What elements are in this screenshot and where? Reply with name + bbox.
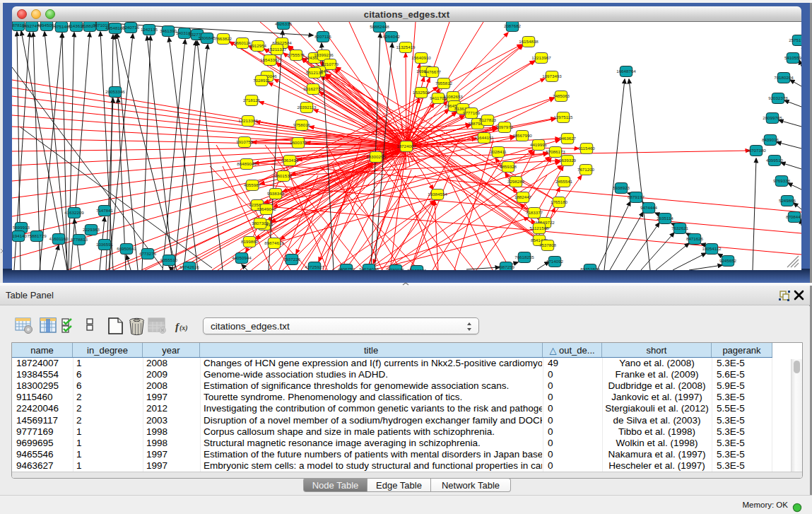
svg-text:4055987: 4055987 bbox=[244, 182, 261, 187]
svg-text:16154838: 16154838 bbox=[519, 39, 539, 44]
svg-text:9769338: 9769338 bbox=[773, 178, 791, 183]
svg-text:73649042: 73649042 bbox=[257, 206, 276, 211]
svg-text:7663822: 7663822 bbox=[215, 36, 233, 41]
svg-text:9758016: 9758016 bbox=[293, 122, 311, 127]
svg-text:15640910: 15640910 bbox=[411, 55, 431, 60]
svg-text:7183377: 7183377 bbox=[526, 210, 543, 215]
svg-text:44050944: 44050944 bbox=[232, 255, 252, 260]
svg-text:4926335: 4926335 bbox=[275, 22, 293, 26]
svg-text:90162733: 90162733 bbox=[303, 86, 323, 91]
svg-text:70180204: 70180204 bbox=[774, 75, 794, 80]
svg-text:9938343: 9938343 bbox=[267, 191, 285, 196]
svg-text:16648764: 16648764 bbox=[616, 69, 636, 74]
svg-text:11325419: 11325419 bbox=[396, 45, 416, 49]
svg-text:15211337: 15211337 bbox=[267, 47, 287, 52]
svg-text:48567990: 48567990 bbox=[512, 133, 532, 138]
svg-text:1036591: 1036591 bbox=[96, 242, 114, 247]
svg-text:18724007: 18724007 bbox=[396, 144, 416, 148]
svg-text:12213967: 12213967 bbox=[531, 55, 551, 60]
svg-text:3601533: 3601533 bbox=[275, 173, 293, 178]
svg-text:89874619: 89874619 bbox=[264, 240, 284, 245]
svg-text:9777169: 9777169 bbox=[463, 110, 481, 115]
svg-text:20392113: 20392113 bbox=[297, 105, 317, 110]
svg-text:66950641: 66950641 bbox=[117, 246, 136, 251]
svg-text:1639329: 1639329 bbox=[559, 158, 577, 163]
svg-text:7537808: 7537808 bbox=[539, 243, 557, 247]
svg-text:92032378: 92032378 bbox=[768, 95, 788, 100]
svg-text:8127823: 8127823 bbox=[479, 117, 497, 122]
svg-text:94624038: 94624038 bbox=[359, 267, 379, 271]
svg-text:5699913: 5699913 bbox=[13, 225, 30, 230]
svg-text:8199860: 8199860 bbox=[241, 239, 259, 244]
svg-text:10973493: 10973493 bbox=[542, 74, 562, 78]
svg-text:6210779: 6210779 bbox=[322, 62, 339, 66]
svg-text:69742616: 69742616 bbox=[180, 264, 199, 269]
svg-text:3194140: 3194140 bbox=[12, 233, 28, 238]
svg-text:41601160: 41601160 bbox=[49, 236, 69, 241]
svg-text:2718126: 2718126 bbox=[243, 98, 261, 103]
svg-text:28099765: 28099765 bbox=[763, 115, 782, 120]
svg-text:4773276: 4773276 bbox=[139, 251, 157, 256]
svg-text:5410559: 5410559 bbox=[784, 55, 801, 60]
svg-text:5512136: 5512136 bbox=[306, 70, 324, 75]
svg-text:1765180: 1765180 bbox=[551, 199, 568, 204]
svg-text:86489046: 86489046 bbox=[237, 161, 257, 166]
svg-text:5938923: 5938923 bbox=[613, 185, 630, 190]
svg-text:9474444: 9474444 bbox=[640, 205, 658, 210]
svg-text:20053346: 20053346 bbox=[105, 89, 125, 94]
svg-text:6363414: 6363414 bbox=[281, 158, 299, 163]
svg-text:1600374: 1600374 bbox=[290, 140, 307, 145]
svg-text:2028411: 2028411 bbox=[490, 149, 507, 154]
svg-text:6879197: 6879197 bbox=[628, 194, 645, 199]
svg-text:18300295: 18300295 bbox=[366, 154, 386, 159]
svg-text:76618255: 76618255 bbox=[514, 255, 534, 259]
svg-text:6264042: 6264042 bbox=[383, 34, 401, 39]
svg-text:4406752: 4406752 bbox=[338, 267, 355, 271]
svg-text:9115460: 9115460 bbox=[578, 146, 595, 151]
svg-text:3461390: 3461390 bbox=[160, 28, 177, 33]
svg-text:9463627: 9463627 bbox=[559, 136, 577, 141]
svg-text:1242135: 1242135 bbox=[141, 27, 158, 32]
svg-text:12213363: 12213363 bbox=[238, 118, 258, 123]
svg-text:9859328: 9859328 bbox=[500, 164, 517, 169]
svg-text:5306845: 5306845 bbox=[199, 35, 216, 40]
svg-text:7028911: 7028911 bbox=[253, 78, 270, 83]
svg-text:8240716: 8240716 bbox=[122, 25, 140, 30]
svg-text:(x): (x) bbox=[180, 324, 188, 332]
svg-text:25751799: 25751799 bbox=[789, 37, 801, 42]
svg-text:7147841: 7147841 bbox=[96, 208, 114, 213]
svg-text:1910753: 1910753 bbox=[236, 139, 254, 144]
svg-text:6755575: 6755575 bbox=[288, 52, 305, 57]
svg-text:4419991: 4419991 bbox=[530, 142, 548, 147]
svg-text:9355510: 9355510 bbox=[160, 257, 178, 262]
svg-text:5097972: 5097972 bbox=[496, 124, 514, 129]
svg-text:9660124: 9660124 bbox=[234, 40, 252, 45]
svg-text:9245652: 9245652 bbox=[719, 258, 737, 263]
svg-text:12975115: 12975115 bbox=[553, 115, 573, 119]
svg-text:4399510: 4399510 bbox=[766, 158, 784, 163]
svg-text:7955812: 7955812 bbox=[435, 81, 453, 86]
svg-text:31082653: 31082653 bbox=[443, 94, 463, 99]
svg-text:51121568: 51121568 bbox=[529, 226, 549, 230]
svg-text:98162221: 98162221 bbox=[407, 268, 427, 271]
svg-text:2455541: 2455541 bbox=[555, 179, 573, 184]
svg-text:75881729: 75881729 bbox=[27, 233, 47, 238]
svg-text:10054112: 10054112 bbox=[702, 246, 722, 251]
svg-text:7671200: 7671200 bbox=[577, 167, 595, 172]
svg-text:10399236: 10399236 bbox=[314, 52, 334, 57]
svg-text:1532504: 1532504 bbox=[413, 90, 430, 95]
svg-text:3807303: 3807303 bbox=[252, 221, 269, 226]
svg-text:43725927: 43725927 bbox=[305, 264, 324, 269]
svg-text:5249866: 5249866 bbox=[779, 198, 796, 203]
svg-text:2229363: 2229363 bbox=[83, 227, 100, 232]
svg-text:2087682: 2087682 bbox=[504, 23, 522, 28]
svg-text:16543362: 16543362 bbox=[260, 57, 280, 62]
svg-text:8912954: 8912954 bbox=[249, 43, 267, 48]
svg-text:8708443: 8708443 bbox=[786, 214, 801, 219]
svg-text:9730076: 9730076 bbox=[387, 267, 405, 271]
svg-text:41632209: 41632209 bbox=[64, 210, 84, 215]
svg-text:8439016: 8439016 bbox=[762, 137, 779, 142]
svg-text:1714092: 1714092 bbox=[546, 259, 564, 264]
svg-text:19384554: 19384554 bbox=[428, 192, 447, 197]
svg-text:41644151: 41644151 bbox=[474, 135, 494, 140]
